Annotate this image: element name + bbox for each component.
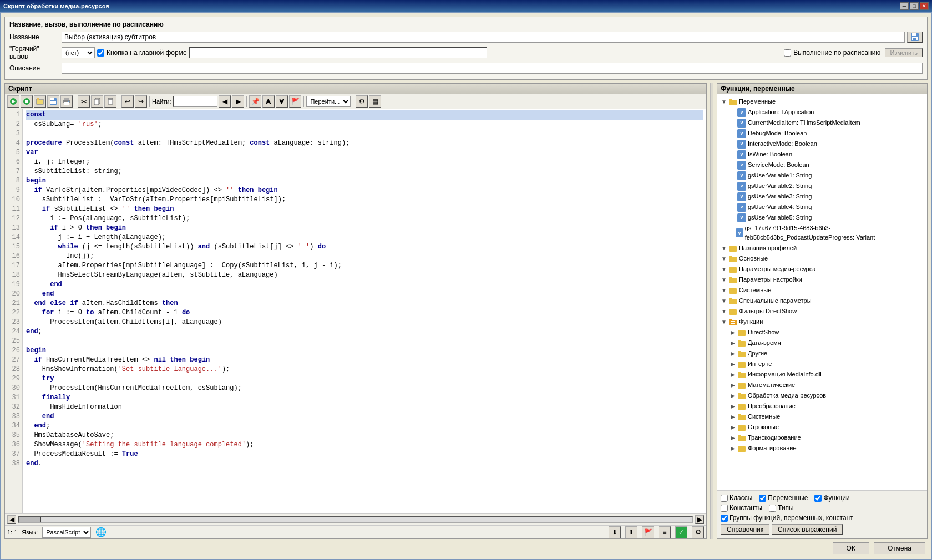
scroll-right-button[interactable]: ▶ [695, 515, 704, 524]
button-checkbox[interactable] [97, 49, 104, 57]
tree-item[interactable]: ▶ v ServiceMode: Boolean [720, 160, 925, 170]
tree-item[interactable]: ▶ Обработка медиа-ресурсов [720, 390, 925, 401]
tree-toggle[interactable]: ▶ [728, 433, 737, 442]
tree-item[interactable]: ▼ Специальные параметры [720, 296, 925, 306]
bookmark-toggle-button[interactable]: 📌 [249, 95, 261, 108]
tree-item[interactable]: ▶ v gs_17a67791-9d15-4683-b6b3-feb58cb5d… [720, 223, 925, 243]
classes-checkbox-label[interactable]: Классы [721, 494, 752, 502]
groups-checkbox[interactable] [721, 515, 728, 522]
cut-button[interactable]: ✂ [78, 95, 90, 108]
tree-toggle[interactable]: ▶ [728, 359, 737, 369]
tree-toggle[interactable]: ▶ [728, 401, 737, 411]
tree-item[interactable]: ▶ Транскодирование [720, 432, 925, 443]
tree-item[interactable]: ▶ v gsUserVariable4: String [720, 202, 925, 212]
redo-button[interactable]: ↪ [135, 95, 147, 108]
cancel-button[interactable]: Отмена [874, 542, 925, 554]
tree-item[interactable]: ▶ Математические [720, 380, 925, 390]
open-button[interactable] [34, 95, 46, 108]
vars-checkbox[interactable] [759, 495, 766, 502]
types-checkbox[interactable] [769, 505, 776, 512]
tree-item[interactable]: ▶ Дата-время [720, 338, 925, 348]
stop-button[interactable] [21, 95, 33, 108]
code-content[interactable]: const csSubLang= 'rus'; procedure Proces… [23, 109, 706, 513]
tree-item[interactable]: ▶ Системные [720, 411, 925, 422]
code-editor[interactable]: 1234567891011121314151617181920212223242… [5, 109, 706, 513]
tree-toggle[interactable]: ▶ [728, 444, 737, 453]
expr-button[interactable]: Список выражений [772, 524, 843, 535]
desc-input[interactable] [62, 63, 923, 74]
editor-scrollbar[interactable]: ◀ ▶ [5, 513, 706, 525]
tree-item[interactable]: ▶ Строковые [720, 422, 925, 432]
hotkeys-select[interactable]: (нет) [62, 47, 95, 58]
schedule-checkbox[interactable] [784, 49, 791, 57]
constants-checkbox[interactable] [721, 505, 728, 512]
tree-toggle[interactable]: ▶ [728, 391, 737, 400]
constants-checkbox-label[interactable]: Константы [721, 504, 762, 512]
tree-item[interactable]: ▶ v Application: TApplication [720, 107, 925, 118]
types-checkbox-label[interactable]: Типы [769, 504, 794, 512]
schedule-button[interactable]: Изменить [885, 48, 923, 57]
tree-item[interactable]: ▶ Другие [720, 348, 925, 359]
tree-toggle[interactable]: ▼ [720, 254, 728, 263]
close-button[interactable]: ✕ [920, 2, 929, 10]
status-list[interactable]: ≡ [659, 526, 671, 538]
help-button[interactable]: ▤ [369, 95, 381, 108]
classes-checkbox[interactable] [721, 495, 728, 502]
tree-toggle[interactable]: ▼ [720, 286, 728, 295]
status-tools[interactable]: ⚙ [692, 526, 704, 538]
scroll-track[interactable] [18, 516, 693, 523]
maximize-button[interactable]: □ [910, 2, 919, 10]
tree-item[interactable]: ▼ Параметры медиа-ресурса [720, 264, 925, 274]
tree-item[interactable]: ▶ v IsWine: Boolean [720, 149, 925, 160]
tree-toggle[interactable]: ▼ [720, 243, 728, 253]
search-input[interactable] [173, 96, 217, 107]
tree-item[interactable]: ▶ v CurrentMediaItem: THmsScriptMediaIte… [720, 118, 925, 128]
tree-item[interactable]: ▼ Основные [720, 253, 925, 264]
tree-item[interactable]: ▶ v DebugMode: Boolean [720, 128, 925, 139]
paste-button[interactable] [104, 95, 116, 108]
funcs-checkbox-label[interactable]: Функции [814, 494, 849, 502]
tree-item[interactable]: ▶ DirectShow [720, 327, 925, 338]
tree-toggle[interactable]: ▼ [720, 264, 728, 274]
ref-button[interactable]: Справочник [721, 524, 769, 535]
tree-toggle[interactable]: ▼ [720, 97, 728, 106]
splitter[interactable] [710, 83, 713, 539]
print-button[interactable] [60, 95, 73, 108]
tree-toggle[interactable]: ▶ [728, 349, 737, 358]
save-script-button[interactable] [47, 95, 59, 108]
minimize-button[interactable]: ─ [900, 2, 909, 10]
tree-item[interactable]: ▼ Названия профилей [720, 243, 925, 253]
tree-item[interactable]: ▶ v InteractiveMode: Boolean [720, 139, 925, 149]
tree-item[interactable]: ▶ Преобразование [720, 401, 925, 411]
settings-button[interactable]: ⚙ [356, 95, 368, 108]
tree-container[interactable]: ▼ Переменные ▶ v Application: TApplicati… [717, 94, 927, 490]
tree-toggle[interactable]: ▼ [720, 307, 728, 316]
lang-select[interactable]: PascalScript [42, 527, 91, 538]
scroll-thumb[interactable] [19, 517, 41, 522]
ok-button[interactable]: ОК [833, 542, 869, 554]
tree-item[interactable]: ▼ Фильтры DirectShow [720, 306, 925, 317]
search-next-button[interactable]: ▶ [232, 95, 244, 108]
tree-item[interactable]: ▶ Интернет [720, 359, 925, 369]
status-nav-down[interactable]: ⬇ [609, 526, 621, 538]
status-check[interactable]: ✓ [675, 526, 687, 538]
bookmark-next-button[interactable]: ⮟ [276, 95, 288, 108]
groups-checkbox-label[interactable]: Группы функций, переменных, констант [721, 514, 853, 522]
run-button[interactable] [7, 95, 19, 108]
tree-item[interactable]: ▶ v gsUserVariable2: String [720, 181, 925, 191]
save-button[interactable] [907, 32, 923, 43]
funcs-checkbox[interactable] [814, 495, 822, 502]
tree-item[interactable]: ▶ Информация MediaInfo.dll [720, 369, 925, 380]
vars-checkbox-label[interactable]: Переменные [759, 494, 808, 502]
tree-toggle[interactable]: ▶ [728, 328, 737, 337]
tree-toggle[interactable]: ▼ [720, 275, 728, 284]
tree-toggle[interactable]: ▼ [720, 317, 728, 327]
tree-toggle[interactable]: ▶ [728, 338, 737, 348]
name-input[interactable] [62, 32, 905, 43]
goto-select[interactable]: Перейти... [306, 96, 351, 107]
tree-item[interactable]: ▼ Параметры настройки [720, 274, 925, 285]
tree-item[interactable]: ▼ Переменные [720, 96, 925, 107]
undo-button[interactable]: ↩ [121, 95, 134, 108]
tree-toggle[interactable]: ▶ [728, 380, 737, 390]
tree-item[interactable]: ▼ Системные [720, 285, 925, 296]
